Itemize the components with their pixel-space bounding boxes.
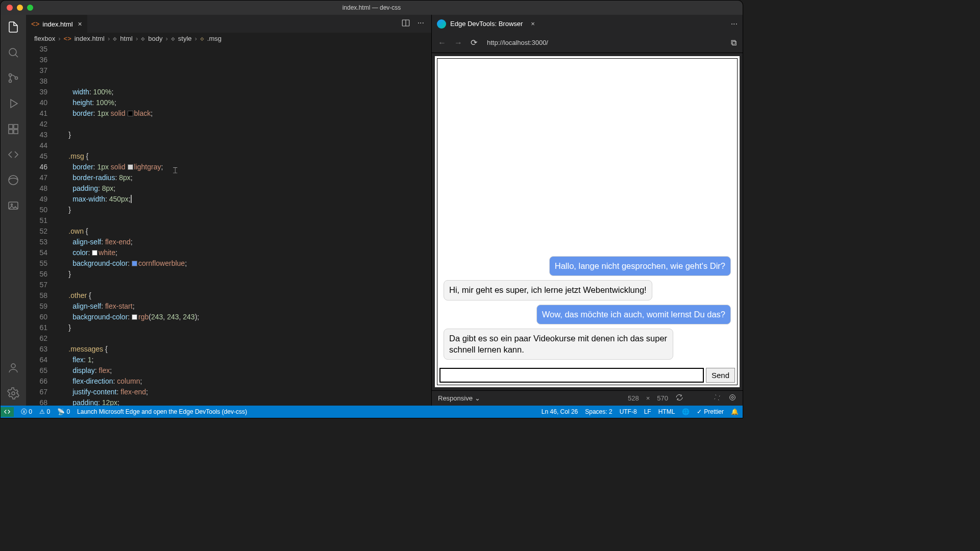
search-icon[interactable] bbox=[6, 45, 20, 60]
svg-rect-6 bbox=[9, 130, 13, 134]
svg-point-10 bbox=[11, 204, 13, 206]
svg-rect-5 bbox=[14, 124, 18, 129]
svg-rect-4 bbox=[9, 124, 13, 129]
devtools-bar: Responsive ⌄ 528 × 570 bbox=[432, 390, 743, 406]
settings-icon[interactable] bbox=[6, 386, 20, 400]
split-editor-icon[interactable] bbox=[401, 18, 410, 30]
close-browser-tab-icon[interactable]: × bbox=[531, 20, 535, 28]
edge-tools-icon[interactable] bbox=[6, 173, 20, 187]
message-input[interactable] bbox=[439, 368, 704, 383]
cursor-position[interactable]: Ln 46, Col 26 bbox=[542, 408, 578, 415]
svg-point-12 bbox=[12, 392, 15, 395]
prettier-status[interactable]: ✓ Prettier bbox=[697, 408, 724, 415]
back-icon[interactable]: ← bbox=[438, 38, 447, 47]
viewport-width[interactable]: 528 bbox=[628, 394, 639, 402]
breadcrumb[interactable]: flexbox› <>index.html› ⟐html› ⟐body› ⟐st… bbox=[26, 33, 431, 44]
send-button[interactable]: Send bbox=[706, 368, 735, 383]
source-control-icon[interactable] bbox=[6, 71, 20, 85]
popout-icon[interactable]: ⧉ bbox=[731, 38, 737, 47]
editor-tab-bar: <> index.html × ··· bbox=[26, 15, 431, 33]
close-window[interactable] bbox=[7, 5, 13, 11]
close-icon: × bbox=[646, 394, 650, 402]
port-forward[interactable]: 📡 0 bbox=[57, 408, 70, 415]
edge-status-icon[interactable]: 🌐 bbox=[682, 408, 690, 415]
svg-point-8 bbox=[9, 176, 18, 185]
reload-icon[interactable]: ⟳ bbox=[471, 38, 480, 47]
launch-task[interactable]: Launch Microsoft Edge and open the Edge … bbox=[77, 408, 247, 415]
message-other: Hi, mir geht es super, ich lerne jetzt W… bbox=[444, 280, 652, 300]
svg-point-2 bbox=[9, 80, 12, 83]
code-editor[interactable]: 3536373839404142434445464748495051525354… bbox=[26, 44, 431, 406]
screenshot-icon[interactable] bbox=[713, 393, 721, 403]
run-debug-icon[interactable] bbox=[6, 96, 20, 111]
explorer-icon[interactable] bbox=[6, 20, 20, 34]
svg-point-15 bbox=[731, 396, 733, 398]
titlebar: index.html — dev-css bbox=[1, 1, 743, 15]
errors-count[interactable]: ⓧ 0 bbox=[21, 408, 32, 416]
browser-toolbar: ← → ⟳ http://localhost:3000/ ⧉ bbox=[432, 33, 743, 53]
remote-icon[interactable] bbox=[6, 147, 20, 162]
image-icon[interactable] bbox=[6, 198, 20, 213]
message-own: Wow, das möchte ich auch, womit lernst D… bbox=[536, 305, 731, 324]
notifications-icon[interactable]: 🔔 bbox=[731, 408, 739, 415]
svg-point-1 bbox=[9, 74, 12, 77]
editor-tab[interactable]: <> index.html × bbox=[26, 15, 87, 33]
language-mode[interactable]: HTML bbox=[658, 408, 675, 415]
activity-bar bbox=[1, 15, 26, 406]
preview-viewport: Hallo, lange nicht gesprochen, wie geht'… bbox=[432, 53, 743, 390]
svg-point-3 bbox=[15, 77, 18, 80]
svg-point-0 bbox=[9, 48, 16, 56]
svg-point-11 bbox=[11, 364, 15, 368]
indentation[interactable]: Spaces: 2 bbox=[585, 408, 612, 415]
edge-icon bbox=[437, 19, 446, 29]
forward-icon[interactable]: → bbox=[454, 38, 463, 47]
browser-more-icon[interactable]: ··· bbox=[731, 19, 738, 29]
browser-tab-bar: Edge DevTools: Browser × ··· bbox=[432, 15, 743, 33]
chevron-down-icon: ⌄ bbox=[475, 394, 480, 402]
remote-indicator[interactable] bbox=[1, 407, 14, 417]
minimize-window[interactable] bbox=[17, 5, 23, 11]
address-bar[interactable]: http://localhost:3000/ bbox=[487, 39, 724, 46]
html-file-icon: <> bbox=[64, 35, 71, 42]
status-bar: ⓧ 0 ⚠ 0 📡 0 Launch Microsoft Edge and op… bbox=[1, 406, 743, 418]
svg-point-14 bbox=[730, 395, 736, 400]
message-own: Hallo, lange nicht gesprochen, wie geht'… bbox=[549, 256, 731, 276]
account-icon[interactable] bbox=[6, 361, 20, 375]
rotate-icon[interactable] bbox=[675, 393, 683, 403]
browser-tab[interactable]: Edge DevTools: Browser × bbox=[437, 19, 535, 29]
text-cursor-icon: ⌶ bbox=[173, 165, 177, 176]
chat-container: Hallo, lange nicht gesprochen, wie geht'… bbox=[437, 58, 738, 385]
viewport-height[interactable]: 570 bbox=[657, 394, 668, 402]
devtools-settings-icon[interactable] bbox=[728, 393, 737, 403]
svg-rect-7 bbox=[14, 130, 18, 134]
extensions-icon[interactable] bbox=[6, 122, 20, 136]
maximize-window[interactable] bbox=[27, 5, 33, 11]
close-tab-icon[interactable]: × bbox=[78, 20, 82, 28]
html-file-icon: <> bbox=[31, 20, 39, 28]
message-other: Da gibt es so ein paar Videokurse mit de… bbox=[444, 329, 673, 360]
window-title: index.html — dev-css bbox=[342, 4, 401, 11]
responsive-dropdown[interactable]: Responsive ⌄ bbox=[438, 394, 480, 402]
warnings-count[interactable]: ⚠ 0 bbox=[39, 408, 50, 415]
tab-label: index.html bbox=[42, 20, 72, 28]
eol[interactable]: LF bbox=[644, 408, 651, 415]
encoding[interactable]: UTF-8 bbox=[620, 408, 637, 415]
more-actions-icon[interactable]: ··· bbox=[418, 18, 424, 30]
messages-list: Hallo, lange nicht gesprochen, wie geht'… bbox=[437, 59, 737, 366]
